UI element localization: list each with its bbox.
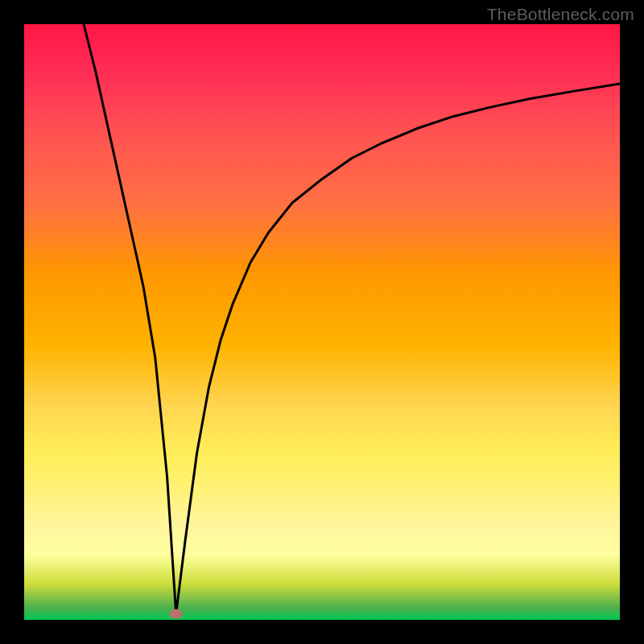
bottleneck-curve-line (84, 24, 620, 614)
minimum-marker-dot (170, 609, 183, 619)
plot-area (24, 24, 620, 620)
chart-container: TheBottleneck.com (0, 0, 644, 644)
curve-svg (24, 24, 620, 620)
watermark-text: TheBottleneck.com (487, 5, 634, 24)
